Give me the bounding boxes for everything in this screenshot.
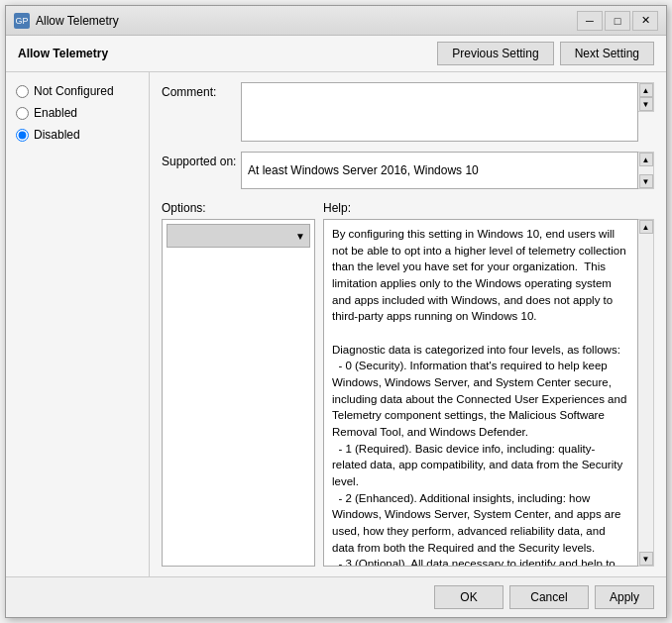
radio-enabled-label: Enabled [34,106,77,120]
radio-not-configured[interactable]: Not Configured [16,84,139,98]
comment-section: Comment: ▲ ▼ [162,82,654,142]
radio-disabled-input[interactable] [16,129,29,142]
help-content-wrapper: By configuring this setting in Windows 1… [323,219,654,567]
footer: OK Cancel Apply [6,576,666,617]
options-title: Options: [162,201,315,215]
close-button[interactable]: ✕ [632,11,658,31]
supported-value: At least Windows Server 2016, Windows 10 [241,152,638,189]
supported-scrollbar: ▲ ▼ [638,152,654,189]
toolbar-title: Allow Telemetry [18,47,431,60]
options-box: ▼ [162,219,315,567]
comment-scrollbar: ▲ ▼ [638,82,654,112]
apply-button[interactable]: Apply [595,585,654,609]
previous-setting-button[interactable]: Previous Setting [437,42,553,65]
ok-button[interactable]: OK [434,585,504,609]
help-scroll-up[interactable]: ▲ [639,220,653,234]
title-bar-buttons: ─ □ ✕ [577,11,658,31]
supported-scroll-up[interactable]: ▲ [639,153,653,166]
radio-not-configured-input[interactable] [16,85,29,98]
scroll-up-arrow[interactable]: ▲ [639,83,653,97]
right-panel: Comment: ▲ ▼ Supported on: At least Wind… [150,72,666,576]
radio-disabled-label: Disabled [34,128,80,142]
main-window: GP Allow Telemetry ─ □ ✕ Allow Telemetry… [5,5,667,618]
help-section: Help: By configuring this setting in Win… [323,201,654,567]
supported-label: Supported on: [162,152,241,168]
content-area: Not Configured Enabled Disabled Comment: [6,72,666,576]
maximize-button[interactable]: □ [605,11,630,31]
left-panel: Not Configured Enabled Disabled [6,72,150,576]
radio-not-configured-label: Not Configured [34,84,114,98]
scroll-down-arrow[interactable]: ▼ [639,97,653,111]
toolbar: Allow Telemetry Previous Setting Next Se… [6,36,666,72]
window-title: Allow Telemetry [36,14,577,28]
radio-enabled-input[interactable] [16,107,29,120]
comment-label: Comment: [162,82,241,99]
options-dropdown[interactable]: ▼ [167,224,310,248]
help-scroll-down[interactable]: ▼ [639,552,653,566]
supported-box-wrapper: At least Windows Server 2016, Windows 10… [241,152,654,189]
bottom-sections: Options: ▼ Help: By configuring this set… [162,201,654,567]
comment-textarea[interactable] [241,82,638,142]
radio-disabled[interactable]: Disabled [16,128,139,142]
supported-scroll-down[interactable]: ▼ [639,174,653,188]
help-title: Help: [323,201,654,215]
window-icon: GP [14,13,30,29]
radio-group: Not Configured Enabled Disabled [16,84,139,142]
next-setting-button[interactable]: Next Setting [560,42,654,65]
help-scrollbar: ▲ ▼ [638,219,654,567]
help-scroll-track [638,234,653,552]
supported-scroll-track [638,166,653,174]
title-bar: GP Allow Telemetry ─ □ ✕ [6,6,666,36]
help-text: By configuring this setting in Windows 1… [323,219,638,567]
help-text-content: By configuring this setting in Windows 1… [332,228,629,567]
dropdown-arrow-icon: ▼ [295,231,305,242]
supported-section: Supported on: At least Windows Server 20… [162,152,654,189]
cancel-button[interactable]: Cancel [509,585,589,609]
radio-enabled[interactable]: Enabled [16,106,139,120]
minimize-button[interactable]: ─ [577,11,603,31]
options-section: Options: ▼ [162,201,315,567]
